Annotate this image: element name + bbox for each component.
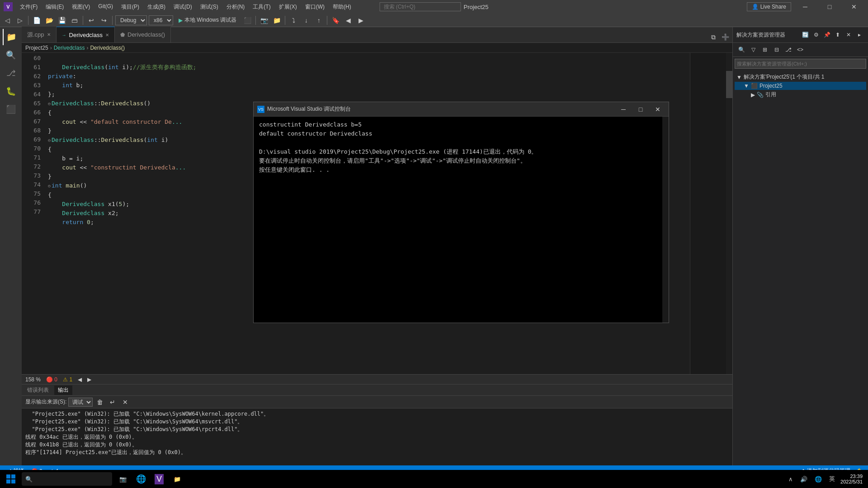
se-refs-label: 引用 [765, 91, 776, 99]
tab-derivedclass[interactable]: → Derivedclass ✕ [57, 27, 115, 42]
output-close[interactable]: ✕ [120, 397, 131, 408]
tab-output[interactable]: 输出 [54, 385, 72, 395]
se-toolbar-git[interactable]: ⎇ [783, 45, 793, 55]
minimize-button[interactable]: ─ [795, 0, 816, 14]
nav-prev[interactable]: ◀ [78, 376, 82, 383]
toolbar-folder[interactable]: 📁 [271, 15, 282, 26]
global-search-input[interactable] [380, 2, 461, 11]
activity-explorer[interactable]: 📁 [3, 29, 19, 45]
se-undock-btn[interactable]: ⬆ [833, 30, 843, 40]
menu-file[interactable]: 文件(F) [16, 2, 41, 12]
menu-test[interactable]: 测试(S) [197, 2, 222, 12]
se-overflow-btn[interactable]: ▸ [854, 30, 864, 40]
close-button[interactable]: ✕ [844, 0, 864, 14]
activity-git[interactable]: ⎇ [3, 65, 19, 81]
menu-debug[interactable]: 调试(D) [170, 2, 196, 12]
live-share-icon: 👤 [752, 4, 759, 10]
taskbar-search[interactable]: 🔍 [22, 472, 112, 486]
toolbar-save-all[interactable]: 🗃 [69, 15, 80, 26]
toolbar-bookmark-next[interactable]: ▶ [355, 15, 366, 26]
activity-search[interactable]: 🔍 [3, 47, 19, 63]
menu-analyze[interactable]: 分析(N) [223, 2, 249, 12]
se-settings-btn[interactable]: ⚙ [811, 30, 821, 40]
se-toolbar-code[interactable]: <> [795, 45, 805, 55]
zoom-display: 158 % [25, 376, 41, 383]
bottom-tabs: 错误列表 输出 [22, 385, 732, 396]
debug-console-close[interactable]: ✕ [651, 103, 665, 116]
toolbar-step-into[interactable]: ↓ [301, 15, 311, 26]
se-project-label: Project25 [760, 83, 783, 89]
tab-source-cpp-close[interactable]: ✕ [47, 32, 51, 37]
menu-build[interactable]: 生成(B) [144, 2, 169, 12]
menu-tools[interactable]: 工具(T) [249, 2, 274, 12]
editor-scrollbar[interactable] [726, 53, 732, 374]
taskbar-app-camera[interactable]: 📷 [114, 470, 132, 488]
nav-next[interactable]: ▶ [87, 376, 91, 383]
toolbar-forward[interactable]: ▷ [14, 15, 25, 26]
menu-edit[interactable]: 编辑(E) [42, 2, 67, 12]
menu-git[interactable]: Git(G) [94, 2, 117, 12]
toolbar-open[interactable]: 📂 [44, 15, 55, 26]
menu-extensions[interactable]: 扩展(X) [275, 2, 301, 12]
start-button[interactable] [2, 470, 20, 488]
maximize-button[interactable]: □ [819, 0, 840, 14]
se-toolbar-filter[interactable]: ▽ [748, 45, 758, 55]
menu-window[interactable]: 窗口(W) [302, 2, 328, 12]
debug-config-dropdown[interactable]: Debug [115, 15, 147, 25]
tab-derivedclass-ctor[interactable]: ⬟ Derivedclass() [115, 27, 171, 42]
editor-split-button[interactable]: ⧉ [708, 32, 719, 42]
tray-network[interactable]: 🌐 [813, 476, 824, 483]
tray-language[interactable]: 英 [827, 475, 837, 483]
se-item-refs[interactable]: ▶ 📎 引用 [735, 90, 866, 99]
se-item-solution[interactable]: ▼ 解决方案'Project25'(1 个项目/共 1 [735, 72, 866, 82]
toolbar-step-out[interactable]: ↑ [313, 15, 324, 26]
output-source-select[interactable]: 调试 [68, 398, 93, 407]
debug-console-maximize[interactable]: □ [633, 103, 648, 116]
taskbar-app-explorer[interactable]: 📁 [168, 470, 186, 488]
activity-extensions[interactable]: ⬛ [3, 101, 19, 117]
toolbar-redo[interactable]: ↪ [99, 15, 109, 26]
menu-help[interactable]: 帮助(H) [329, 2, 355, 12]
toolbar-screenshot[interactable]: 📷 [259, 15, 269, 26]
toolbar-bookmark[interactable]: 🔖 [330, 15, 341, 26]
tray-clock[interactable]: 23:39 2022/5/31 [840, 474, 863, 484]
main-area: 📁 🔍 ⎇ 🐛 ⬛ 源.cpp ✕ → Derivedclass ✕ ⬟ Der… [0, 27, 868, 465]
toolbar-save[interactable]: 💾 [57, 15, 67, 26]
menu-project[interactable]: 项目(P) [118, 2, 143, 12]
tab-source-cpp[interactable]: 源.cpp ✕ [22, 27, 57, 42]
live-share-button[interactable]: 👤 Live Share [747, 2, 791, 11]
toolbar-undo[interactable]: ↩ [86, 15, 97, 26]
toolbar-back[interactable]: ◁ [2, 15, 13, 26]
tray-show-hidden[interactable]: ∧ [787, 476, 795, 483]
se-item-project[interactable]: ▼ ⬛ Project25 [735, 82, 866, 90]
se-dock-btn[interactable]: 📌 [822, 30, 832, 40]
se-toolbar-collapse[interactable]: ⊟ [772, 45, 782, 55]
se-toolbar-search[interactable]: 🔍 [736, 45, 746, 55]
se-search-input[interactable] [735, 59, 866, 69]
debug-console-scrollbar[interactable] [662, 117, 669, 323]
right-panel: 解决方案资源管理器 🔄 ⚙ 📌 ⬆ ✕ ▸ 🔍 ▽ ⊞ ⊟ ⎇ <> ▼ [732, 27, 868, 465]
toolbar-stop[interactable]: ⬛ [242, 15, 253, 26]
output-content: "Project25.exe" (Win32): 已加载 "C:\Windows… [22, 408, 732, 465]
tray-date-display: 2022/5/31 [840, 479, 863, 484]
output-clear[interactable]: 🗑 [94, 397, 105, 408]
toolbar-bookmark-prev[interactable]: ◀ [343, 15, 354, 26]
platform-dropdown[interactable]: x86 [149, 15, 173, 25]
editor-collapse-button[interactable]: ➕ [720, 32, 731, 42]
taskbar-app-vs[interactable]: V [150, 470, 168, 488]
se-sync-btn[interactable]: 🔄 [800, 30, 810, 40]
scrollbar-thumb[interactable] [726, 71, 732, 98]
tray-volume[interactable]: 🔊 [798, 476, 809, 483]
activity-debug[interactable]: 🐛 [3, 83, 19, 99]
taskbar-app-chrome[interactable]: 🌐 [132, 470, 150, 488]
toolbar-step-over[interactable]: ⤵ [288, 15, 299, 26]
debug-console-minimize[interactable]: ─ [616, 103, 631, 116]
tab-derivedclass-close[interactable]: ✕ [105, 33, 109, 38]
output-word-wrap[interactable]: ↵ [107, 397, 118, 408]
run-debugger-button[interactable]: ▶ 本地 Windows 调试器 [175, 15, 240, 25]
toolbar-new[interactable]: 📄 [31, 15, 42, 26]
se-toolbar-expand[interactable]: ⊞ [760, 45, 770, 55]
tab-errors[interactable]: 错误列表 [24, 385, 52, 395]
menu-view[interactable]: 视图(V) [68, 2, 94, 12]
se-close-btn[interactable]: ✕ [844, 30, 854, 40]
